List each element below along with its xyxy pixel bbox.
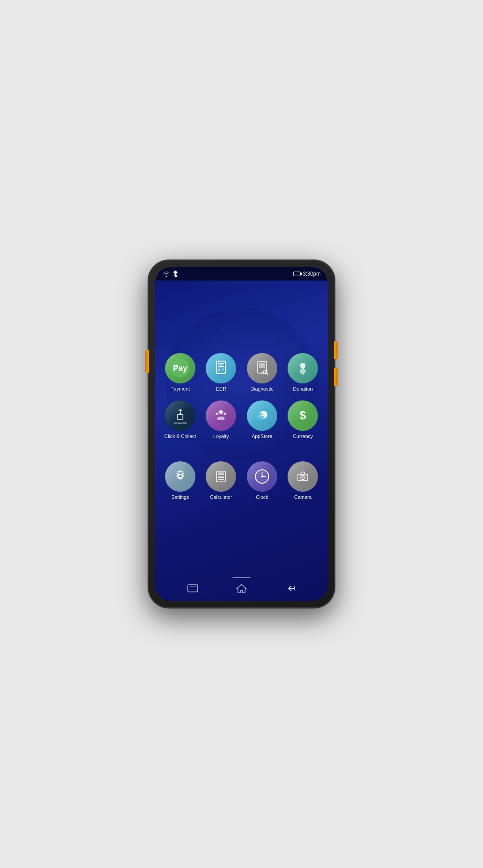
app-calculator[interactable]: Calculator bbox=[203, 461, 239, 500]
status-icons-right: 3:30pm bbox=[293, 271, 321, 277]
nav-back-button[interactable] bbox=[280, 582, 300, 595]
time-display: 3:30pm bbox=[303, 271, 321, 277]
status-icons-left bbox=[162, 270, 178, 277]
svg-rect-42 bbox=[188, 585, 198, 592]
appstore-icon bbox=[247, 400, 277, 431]
currency-icon: $ bbox=[288, 400, 318, 431]
svg-rect-29 bbox=[218, 472, 224, 475]
dock-row: Settings bbox=[160, 461, 323, 500]
clickcollect-icon: Click&Collect bbox=[165, 400, 195, 431]
ecr-label: ECR bbox=[216, 386, 226, 391]
svg-rect-11 bbox=[258, 362, 267, 373]
app-row-1: Pay Payment bbox=[160, 353, 323, 391]
donation-icon bbox=[288, 353, 318, 383]
svg-marker-23 bbox=[218, 409, 224, 415]
diagnostic-icon bbox=[247, 353, 277, 383]
nav-recent-button[interactable] bbox=[183, 582, 203, 595]
calculator-label: Calculator bbox=[210, 494, 232, 500]
bottom-nav bbox=[155, 577, 328, 601]
nav-buttons bbox=[155, 582, 328, 597]
app-payment[interactable]: Pay Payment bbox=[162, 353, 198, 391]
app-camera[interactable]: Camera bbox=[285, 461, 321, 500]
svg-point-21 bbox=[216, 413, 218, 415]
app-loyalty[interactable]: Loyalty bbox=[203, 400, 239, 439]
currency-label: Currency bbox=[293, 434, 313, 439]
svg-point-2 bbox=[171, 359, 190, 378]
left-button[interactable] bbox=[145, 350, 149, 373]
app-row-2: Click&Collect Click & Collect bbox=[160, 400, 323, 439]
svg-rect-7 bbox=[218, 369, 220, 370]
loyalty-label: Loyalty bbox=[213, 434, 229, 439]
right-button-top[interactable] bbox=[334, 341, 338, 359]
svg-rect-6 bbox=[218, 363, 224, 367]
donation-label: Donation bbox=[293, 386, 313, 391]
svg-text:cash: cash bbox=[217, 363, 225, 367]
calculator-icon bbox=[206, 461, 236, 492]
svg-rect-8 bbox=[218, 370, 220, 371]
camera-icon bbox=[288, 461, 318, 492]
phone-device: 3:30pm Pay bbox=[148, 260, 335, 608]
app-diagnostic[interactable]: Diagnostic bbox=[244, 353, 280, 391]
svg-point-25 bbox=[257, 413, 264, 420]
svg-point-20 bbox=[219, 410, 223, 414]
settings-label: Settings bbox=[171, 494, 189, 500]
svg-point-22 bbox=[224, 413, 226, 415]
svg-rect-32 bbox=[222, 477, 224, 478]
svg-point-36 bbox=[255, 470, 269, 483]
camera-label: Camera bbox=[294, 494, 312, 500]
svg-rect-30 bbox=[218, 477, 220, 478]
screen-content: Pay Payment bbox=[155, 281, 328, 601]
clock-icon bbox=[247, 461, 277, 492]
svg-rect-31 bbox=[220, 477, 222, 478]
appstore-label: AppStore bbox=[252, 434, 272, 439]
battery-icon bbox=[293, 272, 301, 276]
bluetooth-icon bbox=[173, 270, 178, 277]
svg-point-14 bbox=[263, 370, 267, 374]
payment-icon: Pay bbox=[165, 353, 195, 383]
clock-label: Clock bbox=[256, 494, 268, 500]
app-ecr[interactable]: cash ECR bbox=[203, 353, 239, 391]
clickcollect-label: Click & Collect bbox=[164, 434, 196, 439]
svg-point-4 bbox=[175, 365, 178, 367]
dock-separator bbox=[233, 577, 250, 578]
svg-point-40 bbox=[301, 475, 305, 480]
svg-point-24 bbox=[259, 411, 267, 419]
nav-home-button[interactable] bbox=[232, 582, 251, 595]
svg-point-13 bbox=[261, 372, 263, 374]
status-bar: 3:30pm bbox=[155, 267, 328, 281]
svg-text:$: $ bbox=[300, 408, 306, 422]
svg-point-27 bbox=[178, 474, 182, 479]
svg-point-41 bbox=[302, 477, 304, 479]
svg-text:Pay: Pay bbox=[173, 364, 187, 373]
svg-rect-12 bbox=[259, 363, 265, 368]
svg-point-39 bbox=[261, 476, 263, 477]
diagnostic-label: Diagnostic bbox=[250, 386, 273, 391]
svg-rect-34 bbox=[220, 479, 222, 480]
svg-text:Click&Collect: Click&Collect bbox=[174, 421, 187, 424]
app-clickcollect[interactable]: Click&Collect Click & Collect bbox=[162, 400, 198, 439]
app-settings[interactable]: Settings bbox=[162, 461, 198, 500]
screen-bezel: 3:30pm Pay bbox=[155, 267, 328, 601]
svg-line-15 bbox=[267, 373, 268, 374]
svg-rect-28 bbox=[216, 471, 225, 482]
wifi-icon bbox=[162, 271, 170, 277]
app-grid: Pay Payment bbox=[155, 281, 328, 577]
svg-rect-9 bbox=[222, 369, 224, 370]
loyalty-icon bbox=[206, 400, 236, 431]
app-currency[interactable]: $ Currency bbox=[285, 400, 321, 439]
settings-icon bbox=[165, 461, 195, 492]
app-donation[interactable]: Donation bbox=[285, 353, 321, 391]
right-button-bottom[interactable] bbox=[334, 368, 338, 386]
app-clock[interactable]: Clock bbox=[244, 461, 280, 500]
ecr-icon: cash bbox=[206, 353, 236, 383]
svg-line-1 bbox=[174, 274, 175, 276]
svg-rect-35 bbox=[222, 479, 224, 480]
svg-point-16 bbox=[264, 371, 266, 373]
svg-rect-5 bbox=[216, 361, 225, 374]
app-appstore[interactable]: AppStore bbox=[244, 400, 280, 439]
svg-rect-33 bbox=[218, 479, 220, 480]
payment-label: Payment bbox=[170, 386, 190, 391]
